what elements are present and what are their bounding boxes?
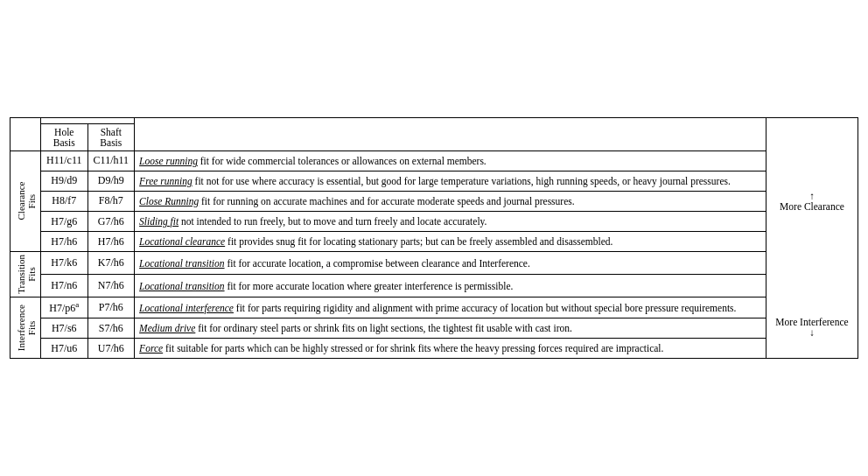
table-row: InterferenceFitsH7/p6aP7/h6Locational in… <box>10 298 858 318</box>
table-row: H7/h6H7/h6Locational clearance fit provi… <box>10 232 858 252</box>
shaft-basis-cell: H7/h6 <box>88 232 135 252</box>
more-clearance-label: More Clearance <box>780 201 844 212</box>
description-cell: Locational clearance fit provides snug f… <box>135 232 766 252</box>
table-row: ClearanceFitsH11/c11C11/h11Loose running… <box>10 150 858 171</box>
iso-symbol-header <box>41 117 135 123</box>
shaft-basis-cell: C11/h11 <box>88 150 135 171</box>
hole-basis-cell: H7/p6a <box>41 298 88 318</box>
description-cell: Force fit suitable for parts which can b… <box>135 339 766 359</box>
description-cell: Locational transition fit for accurate l… <box>135 252 766 275</box>
hole-basis-cell: H7/g6 <box>41 212 88 232</box>
table-row: H7/n6N7/h6Locational transition fit for … <box>10 275 858 298</box>
description-cell: Sliding fit not intended to run freely, … <box>135 212 766 232</box>
down-arrow-icon: ↓ <box>809 327 815 338</box>
table-row: H7/u6U7/h6Force fit suitable for parts w… <box>10 339 858 359</box>
arrow-cell-clearance: ↑More Clearance <box>766 150 858 251</box>
description-cell: Free running fit not for use where accur… <box>135 171 766 191</box>
hole-basis-cell: H7/u6 <box>41 339 88 359</box>
description-cell: Locational interference fit for parts re… <box>135 298 766 318</box>
up-arrow-icon: ↑ <box>809 191 815 201</box>
header-row-1 <box>10 117 858 123</box>
empty-top-left <box>10 117 41 123</box>
arrow-cell-transition <box>766 252 858 298</box>
description-cell: Locational transition fit for more accur… <box>135 275 766 298</box>
description-cell: Medium drive fit for ordinary steel part… <box>135 318 766 339</box>
hole-basis-cell: H7/h6 <box>41 232 88 252</box>
hole-basis-cell: H9/d9 <box>41 171 88 191</box>
table-row: H9/d9D9/h9Free running fit not for use w… <box>10 171 858 191</box>
shaft-basis-cell: N7/h6 <box>88 275 135 298</box>
shaft-basis-cell: P7/h6 <box>88 298 135 318</box>
arrow-cell-interference: More Interference↓ <box>766 298 858 359</box>
table-row: H7/s6S7/h6Medium drive fit for ordinary … <box>10 318 858 339</box>
shaft-basis-cell: G7/h6 <box>88 212 135 232</box>
section-label-transition: TransitionFits <box>10 252 41 298</box>
empty-label-header <box>10 123 41 150</box>
hole-basis-header: HoleBasis <box>41 123 88 150</box>
hole-basis-cell: H11/c11 <box>41 150 88 171</box>
fits-table: HoleBasis ShaftBasis ClearanceFitsH11/c1… <box>10 117 858 359</box>
shaft-basis-cell: S7/h6 <box>88 318 135 339</box>
empty-arrow-header <box>766 117 858 150</box>
shaft-basis-header: ShaftBasis <box>88 123 135 150</box>
section-label-interference: InterferenceFits <box>10 298 41 359</box>
hole-basis-cell: H7/s6 <box>41 318 88 339</box>
description-cell: Close Running fit for running on accurat… <box>135 191 766 211</box>
shaft-basis-cell: F8/h7 <box>88 191 135 211</box>
more-interference-label: More Interference <box>775 317 848 327</box>
hole-basis-cell: H7/n6 <box>41 275 88 298</box>
page-wrapper: HoleBasis ShaftBasis ClearanceFitsH11/c1… <box>10 117 858 359</box>
shaft-basis-cell: D9/h9 <box>88 171 135 191</box>
shaft-basis-cell: K7/h6 <box>88 252 135 275</box>
table-row: H8/f7F8/h7Close Running fit for running … <box>10 191 858 211</box>
table-row: H7/g6G7/h6Sliding fit not intended to ru… <box>10 212 858 232</box>
table-row: TransitionFitsH7/k6K7/h6Locational trans… <box>10 252 858 275</box>
shaft-basis-cell: U7/h6 <box>88 339 135 359</box>
section-label-clearance: ClearanceFits <box>10 150 41 251</box>
hole-basis-cell: H8/f7 <box>41 191 88 211</box>
description-header <box>135 117 766 150</box>
hole-basis-cell: H7/k6 <box>41 252 88 275</box>
description-cell: Loose running fit for wide commercial to… <box>135 150 766 171</box>
